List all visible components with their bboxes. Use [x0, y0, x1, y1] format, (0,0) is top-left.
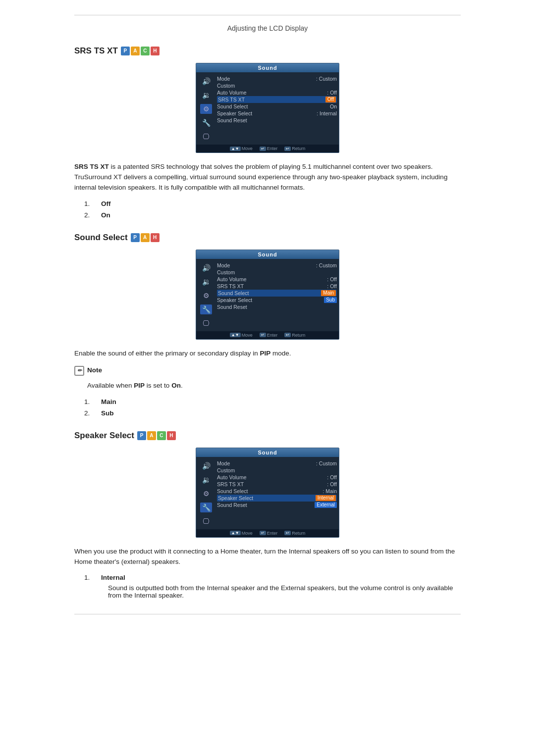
osd-row-custom: Custom — [217, 82, 337, 89]
heading-text-soundselect: Sound Select — [74, 233, 128, 243]
badge-p-ss: P — [131, 233, 140, 242]
icon-vol: 🔉 — [200, 90, 212, 100]
osd-row-mode-spk: Mode : Custom — [217, 460, 337, 467]
osd-row-soundsel-spk: Sound Select : Main — [217, 488, 337, 495]
icon-sound: 🔊 — [200, 76, 212, 86]
footer-enter: ↵ Enter — [260, 146, 278, 151]
icon-sound-ss: 🔊 — [200, 263, 212, 273]
osd-row-mode: Mode : Custom — [217, 75, 337, 82]
note-icon: ✏ — [74, 366, 84, 376]
badge-c-spk: C — [157, 431, 166, 440]
badge-c: C — [141, 47, 150, 55]
osd-row-soundsel-ss: Sound Select Main — [217, 290, 337, 297]
icon-sel-ss: 🔧 — [200, 304, 212, 314]
list-item: 2. On — [84, 211, 461, 219]
soundselect-list: 1. Main 2. Sub — [84, 398, 461, 417]
badge-a: A — [131, 47, 140, 55]
osd-body-spk: 🔊 🔉 ⚙ 🔧 🖵 Mode : Custom Custom — [196, 457, 339, 529]
list-item-internal: 1. Internal Sound is outputted both from… — [84, 574, 461, 599]
speakerselect-description: When you use the product with it connect… — [74, 547, 461, 567]
badge-group-soundselect: P A H — [131, 233, 160, 242]
icon-rst-ss: 🖵 — [200, 318, 212, 328]
page-header: Adjusting the LCD Display — [74, 24, 461, 32]
osd-row-speakerselect: Speaker Select : Internal — [217, 110, 337, 117]
icon-sound-spk: 🔊 — [200, 461, 212, 471]
badge-group-srs: P A C H — [121, 47, 160, 55]
note-text: Available when PIP is set to On. — [87, 381, 461, 391]
heading-text-srs: SRS TS XT — [74, 46, 118, 56]
osd-body-srs: 🔊 🔉 ⚙ 🔧 🖵 Mode : Custom Custom — [196, 72, 339, 145]
enter-icon: ↵ — [260, 147, 266, 151]
icon-sel-spk: 🔧 — [200, 503, 212, 512]
badge-a-spk: A — [147, 431, 156, 440]
osd-body-ss: 🔊 🔉 ⚙ 🔧 🖵 Mode : Custom Custom — [196, 259, 339, 331]
speakersel-value-sub: Sub — [324, 297, 337, 303]
list-item: 2. Sub — [84, 409, 461, 417]
osd-row-soundreset: Sound Reset — [217, 117, 337, 124]
footer-return: ↩ Return — [284, 146, 305, 151]
osd-wrapper-spk: Sound 🔊 🔉 ⚙ 🔧 🖵 Mode : Custom — [74, 448, 461, 538]
osd-title-ss: Sound — [196, 250, 339, 259]
heading-text-speakerselect: Speaker Select — [74, 431, 134, 441]
return-icon-spk: ↩ — [284, 531, 291, 535]
icon-vol-ss: 🔉 — [200, 277, 212, 287]
osd-row-soundreset-spk: Sound Reset External — [217, 502, 337, 508]
footer-move-spk: ▲▼ Move — [230, 531, 253, 536]
section-heading-speakerselect: Speaker Select P A C H — [74, 431, 461, 441]
move-icon-ss: ▲▼ — [230, 333, 241, 337]
soundselect-description: Enable the sound of either the primary o… — [74, 349, 461, 359]
srs-list: 1. Off 2. On — [84, 200, 461, 219]
srs-value-off: Off — [325, 97, 336, 102]
osd-icons-spk: 🔊 🔉 ⚙ 🔧 🖵 — [198, 460, 214, 526]
icon-rst-spk: 🖵 — [200, 516, 212, 526]
top-rule — [74, 15, 461, 15]
icon-rst: 🖵 — [200, 132, 212, 142]
osd-row-custom-ss: Custom — [217, 269, 337, 276]
osd-row-autovol: Auto Volume : Off — [217, 89, 337, 96]
badge-group-speakerselect: P A C H — [137, 431, 176, 440]
badge-a-ss: A — [141, 233, 150, 242]
icon-srs-selected: ⚙ — [200, 104, 212, 114]
osd-row-soundselect: Sound Select On — [217, 103, 337, 110]
osd-menu-ss: Mode : Custom Custom Auto Volume : Off S… — [214, 262, 337, 328]
osd-panel-ss: Sound 🔊 🔉 ⚙ 🔧 🖵 Mode : Custom — [196, 250, 339, 340]
osd-wrapper-ss: Sound 🔊 🔉 ⚙ 🔧 🖵 Mode : Custom — [74, 250, 461, 340]
footer-enter-ss: ↵ Enter — [260, 333, 278, 338]
list-item: 1. Main — [84, 398, 461, 405]
osd-menu-srs: Mode : Custom Custom Auto Volume : Off S… — [214, 75, 337, 142]
icon-srs-spk: ⚙ — [200, 489, 212, 499]
move-icon-spk: ▲▼ — [230, 531, 241, 535]
note-box: ✏ Note — [74, 366, 461, 376]
osd-icons-ss: 🔊 🔉 ⚙ 🔧 🖵 — [198, 262, 214, 328]
srs-description: SRS TS XT is a patented SRS technology t… — [74, 162, 461, 193]
enter-icon-spk: ↵ — [260, 531, 266, 535]
bottom-rule — [74, 614, 461, 614]
footer-move: ▲▼ Move — [230, 146, 253, 151]
badge-h-ss: H — [151, 233, 160, 242]
footer-return-spk: ↩ Return — [284, 531, 305, 536]
osd-panel-srs: Sound 🔊 🔉 ⚙ 🔧 🖵 Mode : Custom — [196, 63, 339, 153]
osd-row-speakersel-spk: Speaker Select Internal — [217, 495, 337, 502]
osd-icons-srs: 🔊 🔉 ⚙ 🔧 🖵 — [198, 75, 214, 142]
osd-row-srstsxt: SRS TS XT Off — [217, 96, 337, 103]
osd-row-autovol-spk: Auto Volume : Off — [217, 474, 337, 481]
osd-footer-srs: ▲▼ Move ↵ Enter ↩ Return — [196, 145, 339, 152]
badge-h: H — [151, 47, 160, 55]
osd-row-autovol-ss: Auto Volume : Off — [217, 276, 337, 283]
section-sound-select: Sound Select P A H Sound 🔊 🔉 ⚙ 🔧 🖵 — [74, 233, 461, 417]
footer-return-ss: ↩ Return — [284, 333, 305, 338]
speakerselect-list: 1. Internal Sound is outputted both from… — [84, 574, 461, 599]
section-speaker-select: Speaker Select P A C H Sound 🔊 🔉 ⚙ 🔧 🖵 — [74, 431, 461, 600]
osd-row-srs-ss: SRS TS XT : Off — [217, 283, 337, 290]
osd-wrapper-srs: Sound 🔊 🔉 ⚙ 🔧 🖵 Mode : Custom — [74, 63, 461, 153]
badge-h-spk: H — [167, 431, 176, 440]
osd-footer-ss: ▲▼ Move ↵ Enter ↩ Return — [196, 331, 339, 339]
list-item: 1. Off — [84, 200, 461, 207]
header-title: Adjusting the LCD Display — [227, 24, 308, 32]
badge-p-spk: P — [137, 431, 146, 440]
return-icon-ss: ↩ — [284, 333, 291, 337]
enter-icon-ss: ↵ — [260, 333, 266, 337]
osd-menu-spk: Mode : Custom Custom Auto Volume : Off S… — [214, 460, 337, 526]
osd-row-mode-ss: Mode : Custom — [217, 262, 337, 269]
osd-panel-spk: Sound 🔊 🔉 ⚙ 🔧 🖵 Mode : Custom — [196, 448, 339, 538]
